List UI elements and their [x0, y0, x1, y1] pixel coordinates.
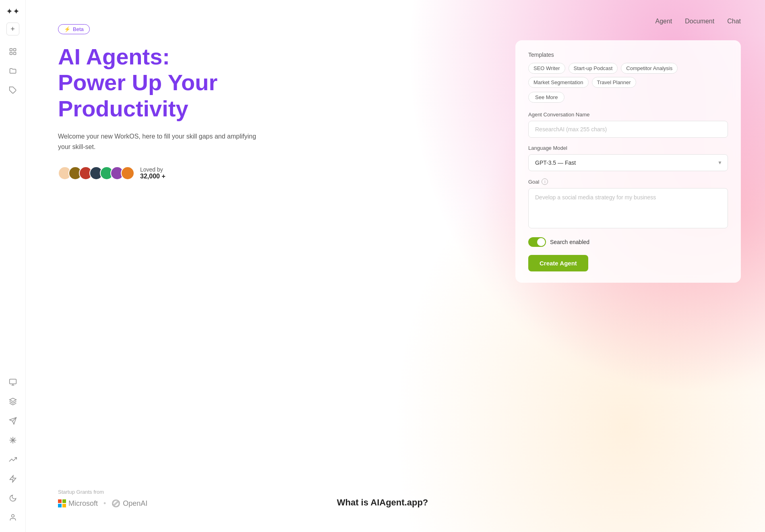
goal-label-row: Goal i — [528, 178, 728, 185]
beta-badge: ⚡ Beta — [58, 24, 90, 34]
openai-logo: OpenAI — [112, 499, 147, 508]
templates-row: SEO Writer Start-up Podcast Competitor A… — [528, 63, 728, 88]
search-enabled-row: Search enabled — [528, 237, 728, 247]
search-enabled-label: Search enabled — [550, 239, 589, 245]
language-model-select[interactable]: GPT-3.5 — Fast GPT-4 — Powerful Claude 3… — [528, 154, 728, 171]
microsoft-logo: Microsoft — [58, 499, 98, 508]
create-agent-button[interactable]: Create Agent — [528, 255, 588, 271]
trending-icon[interactable] — [5, 451, 21, 468]
loved-by-section: Loved by 32,000 + — [58, 166, 267, 180]
separator: • — [103, 499, 106, 508]
agent-form: Templates SEO Writer Start-up Podcast Co… — [515, 40, 741, 283]
right-panel: Agent Document Chat Templates SEO Writer… — [300, 0, 765, 532]
openai-label: OpenAI — [123, 499, 147, 508]
svg-marker-8 — [9, 398, 16, 402]
right-content: Agent Document Chat Templates SEO Writer… — [316, 16, 741, 283]
hero-title: AI Agents: Power Up Your Productivity — [58, 44, 267, 122]
main-content: ⚡ Beta AI Agents: Power Up Your Producti… — [26, 0, 765, 532]
openai-icon — [112, 499, 120, 508]
microsoft-grid-icon — [58, 499, 66, 507]
toggle-knob — [537, 238, 545, 246]
tag-icon[interactable] — [5, 82, 21, 98]
svg-rect-2 — [10, 52, 12, 55]
hero-subtitle: Welcome your new WorkOS, here to fill yo… — [58, 131, 259, 152]
tab-document[interactable]: Document — [685, 16, 714, 27]
svg-rect-1 — [13, 49, 16, 51]
conversation-name-input[interactable] — [528, 121, 728, 138]
grants-label: Startup Grants from — [58, 489, 267, 495]
tab-chat[interactable]: Chat — [727, 16, 741, 27]
layers-icon[interactable] — [5, 393, 21, 410]
avatar — [121, 166, 134, 180]
microsoft-label: Microsoft — [68, 499, 98, 508]
sidebar: ✦✦ + — [0, 0, 26, 532]
grid-icon[interactable] — [5, 43, 21, 60]
moon-icon[interactable] — [5, 490, 21, 506]
lightning-icon: ⚡ — [64, 26, 70, 32]
conversation-name-label: Agent Conversation Name — [528, 112, 728, 118]
beta-label: Beta — [73, 26, 84, 32]
asterisk-icon[interactable] — [5, 432, 21, 448]
what-is-title: What is AIAgent.app? — [337, 497, 428, 508]
search-enabled-toggle[interactable] — [528, 237, 546, 247]
see-more-button[interactable]: See More — [528, 92, 564, 103]
monitor-icon[interactable] — [5, 374, 21, 390]
add-button[interactable]: + — [6, 23, 19, 35]
loved-by-text: Loved by 32,000 + — [140, 166, 165, 180]
svg-rect-3 — [13, 52, 16, 55]
send-icon[interactable] — [5, 413, 21, 429]
goal-label: Goal — [528, 179, 539, 185]
hero-section: ⚡ Beta AI Agents: Power Up Your Producti… — [26, 0, 300, 532]
folder-icon[interactable] — [5, 63, 21, 79]
language-model-label: Language Model — [528, 145, 728, 151]
template-travel-planner[interactable]: Travel Planner — [592, 77, 636, 88]
template-competitor-analysis[interactable]: Competitor Analysis — [621, 63, 678, 74]
nav-tabs: Agent Document Chat — [316, 16, 741, 27]
svg-point-16 — [11, 515, 14, 518]
svg-rect-5 — [9, 379, 16, 384]
language-model-wrapper: GPT-3.5 — Fast GPT-4 — Powerful Claude 3… — [528, 154, 728, 171]
templates-label: Templates — [528, 52, 728, 58]
loved-count: 32,000 + — [140, 173, 165, 180]
grants-logos: Microsoft • OpenAI — [58, 499, 267, 508]
svg-marker-15 — [10, 476, 16, 482]
flash-icon[interactable] — [5, 471, 21, 487]
app-logo: ✦✦ — [6, 6, 20, 16]
info-icon[interactable]: i — [542, 178, 548, 185]
template-seo-writer[interactable]: SEO Writer — [528, 63, 565, 74]
template-market-segmentation[interactable]: Market Segmentation — [528, 77, 589, 88]
avatar-group — [58, 166, 134, 180]
user-icon[interactable] — [5, 509, 21, 526]
grants-section: Startup Grants from Microsoft • — [58, 465, 267, 508]
goal-textarea[interactable] — [528, 188, 728, 228]
template-startup-podcast[interactable]: Start-up Podcast — [569, 63, 618, 74]
tab-agent[interactable]: Agent — [655, 16, 672, 27]
svg-rect-0 — [10, 49, 12, 51]
